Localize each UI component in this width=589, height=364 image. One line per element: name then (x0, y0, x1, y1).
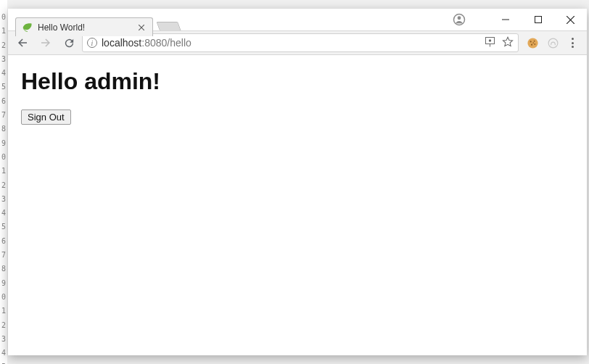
profile-icon[interactable] (443, 9, 475, 30)
svg-point-1 (458, 16, 461, 20)
svg-point-12 (530, 41, 531, 42)
save-page-icon[interactable] (485, 37, 495, 49)
svg-point-15 (534, 43, 535, 44)
svg-point-9 (489, 39, 491, 41)
page-heading: Hello admin! (21, 68, 574, 95)
tab-title: Hello World! (38, 22, 136, 33)
chrome-menu-icon[interactable] (567, 38, 578, 48)
bookmark-star-icon[interactable] (502, 36, 514, 50)
page-content: Hello admin! Sign Out (8, 55, 587, 355)
svg-point-13 (533, 40, 535, 41)
site-info-icon[interactable]: i (87, 38, 97, 48)
chrome-browser-window: Hello World! i localhost:8080/hello (8, 9, 587, 355)
spring-favicon (22, 22, 33, 33)
editor-line-gutter: 01234567890123456789012345 (0, 0, 7, 364)
svg-point-16 (532, 42, 534, 44)
svg-rect-3 (535, 17, 541, 23)
maximize-button[interactable] (522, 9, 554, 30)
minimize-button[interactable] (489, 9, 522, 30)
svg-point-14 (531, 44, 532, 45)
svg-point-11 (527, 38, 537, 48)
tab-close-icon[interactable] (136, 22, 147, 33)
extension-gesture-icon[interactable] (546, 36, 559, 49)
url-host: localhost:8080/hello (102, 37, 191, 49)
extension-cookie-icon[interactable] (526, 36, 539, 49)
sign-out-button[interactable]: Sign Out (21, 109, 71, 125)
close-button[interactable] (554, 9, 587, 30)
extensions-area (522, 36, 582, 49)
browser-tab[interactable]: Hello World! (15, 17, 153, 36)
svg-point-17 (548, 38, 558, 48)
